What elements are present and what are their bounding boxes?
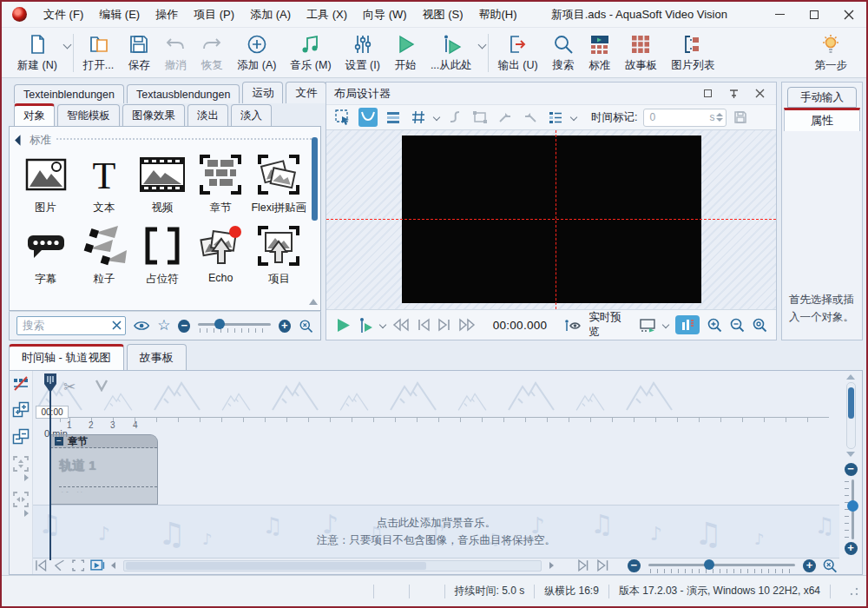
tab-properties[interactable]: 属性 <box>784 108 860 131</box>
menu-item-7[interactable]: 视图 (S) <box>415 2 471 27</box>
object-item-echo[interactable]: Echo <box>192 224 250 287</box>
save-marker-icon[interactable] <box>733 109 748 125</box>
split-marker-icon[interactable] <box>95 380 108 392</box>
first-steps-button[interactable]: 第一步 <box>808 33 855 73</box>
play-button[interactable] <box>335 317 352 334</box>
slider-thumb[interactable] <box>214 319 225 329</box>
clear-search-icon[interactable] <box>110 319 123 332</box>
menu-item-0[interactable]: 文件 (F) <box>36 2 91 27</box>
menu-item-1[interactable]: 编辑 (E) <box>91 2 148 27</box>
fit-dropdown-icon[interactable] <box>24 474 29 481</box>
fit-dropdown-icon[interactable] <box>24 510 29 517</box>
resize-grip[interactable] <box>849 586 859 597</box>
timeline-v-scrollbar[interactable] <box>846 382 856 449</box>
object-item-project[interactable]: 项目 <box>250 224 308 287</box>
scrollbar-thumb[interactable] <box>848 387 854 419</box>
frame-select-button[interactable] <box>72 559 84 572</box>
collapse-chapter-icon[interactable]: − <box>55 437 63 446</box>
reset-zoom-icon[interactable] <box>299 318 313 334</box>
standard-section-header[interactable]: 标准 <box>10 127 320 149</box>
toolbox-tab-top-1[interactable]: Textausblendungen <box>127 84 240 103</box>
toolbox-tab-3[interactable]: 淡出 <box>187 104 228 126</box>
path-in-tool[interactable] <box>496 108 515 127</box>
next-button[interactable] <box>437 318 451 332</box>
standard-view-button[interactable]: 标准 <box>582 33 618 73</box>
storyboard-button[interactable]: 故事板 <box>618 33 665 73</box>
zoom-in-thumbnails-button[interactable]: + <box>279 320 291 333</box>
redo-button[interactable]: 恢复 <box>194 33 230 73</box>
previous-object-button[interactable] <box>53 559 65 572</box>
zoom-out-icon[interactable] <box>729 317 745 333</box>
scroll-down-arrow[interactable] <box>846 452 855 457</box>
favorites-star-icon[interactable]: ☆ <box>157 319 170 333</box>
menu-item-4[interactable]: 添加 (A) <box>242 2 299 27</box>
levels-toggle-button[interactable] <box>675 315 700 334</box>
chapter-header[interactable]: − 章节 <box>50 435 157 448</box>
preview-canvas[interactable] <box>326 130 776 309</box>
expand-all-icon[interactable] <box>12 401 30 419</box>
scissors-icon[interactable]: ✂ <box>63 378 76 395</box>
toolbox-tab-4[interactable]: 淡入 <box>231 104 272 126</box>
toolbox-tab-0[interactable]: 对象 <box>14 103 55 126</box>
object-item-chapter[interactable]: 章节 <box>192 153 250 215</box>
music-button[interactable]: 音乐 (M) <box>283 33 338 73</box>
layers-tool[interactable] <box>384 108 403 127</box>
panel-maximize-button[interactable] <box>696 85 719 102</box>
track-height-slider[interactable] <box>843 479 858 539</box>
tab-timeline-track-view[interactable]: 时间轴 - 轨道视图 <box>9 344 124 370</box>
scroll-left-arrow[interactable] <box>111 562 115 569</box>
open-button[interactable]: 打开... <box>76 33 121 73</box>
collapse-all-icon[interactable] <box>12 428 30 446</box>
timeline-h-scrollbar[interactable] <box>123 560 542 572</box>
transform-tool[interactable] <box>470 108 490 127</box>
object-list-tool[interactable] <box>546 108 565 127</box>
select-object-tool[interactable] <box>333 108 352 127</box>
object-item-particles[interactable]: 粒子 <box>75 224 133 287</box>
music-track[interactable]: ♫♪♫♪♫♪♫♪♫♪♫♪♫♪♫ 点击此处添加背景音乐。 注意：只要项目不包含图像… <box>33 505 839 558</box>
previous-button[interactable] <box>417 318 431 332</box>
track-height-decrease-button[interactable]: − <box>845 463 858 476</box>
object-item-placeholder[interactable]: 占位符 <box>133 224 191 287</box>
time-marker-spinner[interactable] <box>716 113 723 122</box>
play-from-here-button[interactable]: ...从此处 <box>424 33 479 73</box>
object-item-text[interactable]: T 文本 <box>75 153 133 215</box>
path-out-tool[interactable] <box>521 108 540 127</box>
go-to-end-button[interactable] <box>596 559 608 572</box>
undo-button[interactable]: 撤消 <box>157 33 194 73</box>
new-dropdown-chevron-icon[interactable] <box>62 41 71 50</box>
tab-manual-input[interactable]: 手动输入 <box>787 87 857 108</box>
scroll-up-arrow[interactable] <box>846 374 855 380</box>
preview-eye-icon[interactable] <box>134 320 149 332</box>
play-options-chevron-icon[interactable] <box>379 321 386 328</box>
start-playback-button[interactable]: 开始 <box>387 33 424 73</box>
menu-item-2[interactable]: 操作 <box>148 2 186 27</box>
grid-tool[interactable] <box>409 108 428 127</box>
output-button[interactable]: 输出 (U) <box>491 33 545 73</box>
panel-close-button[interactable] <box>748 85 771 102</box>
toolbox-tab-top-2[interactable]: 运动 <box>242 82 283 103</box>
timeline-zoom-in-button[interactable]: + <box>803 559 815 572</box>
scroll-right-arrow[interactable] <box>549 562 554 569</box>
zoom-in-icon[interactable] <box>707 317 722 333</box>
zoom-fit-icon[interactable] <box>752 317 767 333</box>
grid-dropdown-chevron-icon[interactable] <box>433 114 440 121</box>
image-list-button[interactable]: 图片列表 <box>664 33 721 73</box>
play-from-here-button[interactable] <box>358 317 373 334</box>
toolbox-scrollbar-thumb[interactable] <box>312 137 318 221</box>
add-button[interactable]: 添加 (A) <box>230 33 283 73</box>
menu-item-3[interactable]: 项目 (P) <box>186 2 242 27</box>
minimize-button[interactable] <box>762 2 797 27</box>
chapter-object[interactable]: − 章节 轨道 1 轨道 1 <box>50 434 158 505</box>
zoom-out-thumbnails-button[interactable]: − <box>178 320 190 333</box>
fit-width-button[interactable] <box>12 491 30 517</box>
preview-screen-icon[interactable] <box>639 318 656 333</box>
playhead-line[interactable] <box>49 373 51 560</box>
settings-button[interactable]: 设置 (I) <box>339 33 387 73</box>
playhead-marker[interactable] <box>43 373 57 393</box>
maximize-button[interactable] <box>797 2 832 27</box>
toolbox-scroll-arrow-icon[interactable] <box>309 299 318 305</box>
object-item-video[interactable]: 视频 <box>133 153 191 215</box>
menu-item-5[interactable]: 工具 (X) <box>299 2 355 27</box>
next-object-button[interactable] <box>577 559 589 572</box>
object-item-flexi-collage[interactable]: Flexi拼贴画 <box>250 153 308 215</box>
